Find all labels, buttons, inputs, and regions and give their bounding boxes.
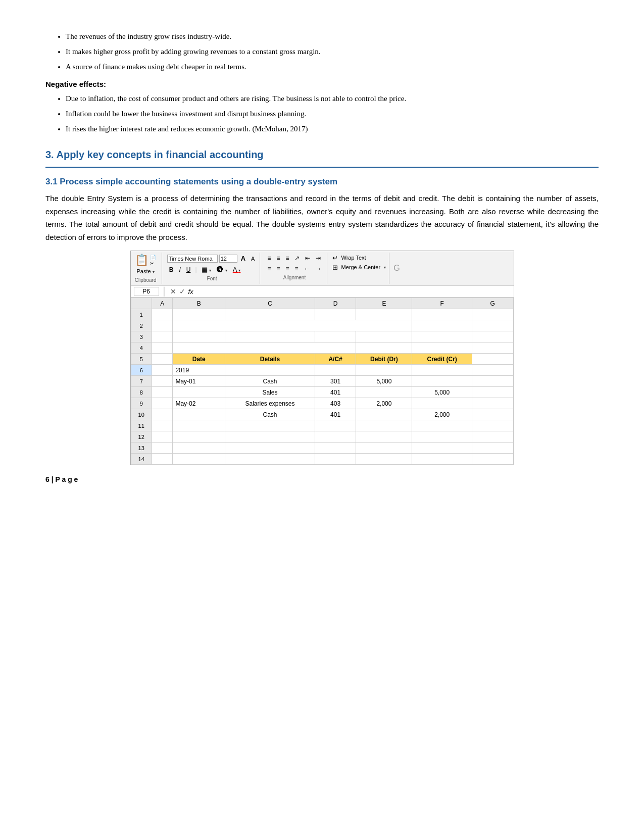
cell-c8[interactable]: Sales: [225, 387, 315, 398]
cell-a10[interactable]: [152, 409, 172, 420]
border-btn[interactable]: ▦ ▾: [200, 265, 214, 274]
cell-b13[interactable]: [173, 443, 225, 454]
cell-a12[interactable]: [152, 431, 172, 443]
cell-a8[interactable]: [152, 387, 172, 398]
align-top-btn[interactable]: ≡: [265, 254, 273, 263]
cell-f14[interactable]: [412, 454, 472, 465]
cell-d6[interactable]: [315, 365, 356, 376]
italic-button[interactable]: I: [177, 265, 182, 274]
wrap-text-button[interactable]: Wrap Text: [339, 254, 368, 262]
cell-e8[interactable]: [356, 387, 412, 398]
cell-e3[interactable]: [356, 331, 412, 342]
cell-g6[interactable]: [472, 365, 513, 376]
font-name-input[interactable]: [167, 255, 218, 263]
align-bottom-btn[interactable]: ≡: [283, 254, 291, 263]
cell-g3[interactable]: [472, 331, 513, 342]
cell-a13[interactable]: [152, 443, 172, 454]
col-header-f[interactable]: F: [412, 298, 472, 309]
cell-f1[interactable]: [412, 309, 472, 320]
align-left-btn[interactable]: ≡: [265, 264, 273, 273]
cell-e13[interactable]: [356, 443, 412, 454]
cell-b1[interactable]: [173, 309, 225, 320]
cell-a6[interactable]: [152, 365, 172, 376]
cell-d14[interactable]: [315, 454, 356, 465]
cell-c10[interactable]: Cash: [225, 409, 315, 420]
cell-b4-merged[interactable]: [173, 342, 356, 354]
cell-f7[interactable]: [412, 376, 472, 387]
cell-c14[interactable]: [225, 454, 315, 465]
cell-c5[interactable]: Details: [225, 354, 315, 365]
cell-f5[interactable]: Credit (Cr): [412, 354, 472, 365]
font-decrease-btn[interactable]: A: [249, 255, 257, 263]
col-header-g[interactable]: G: [472, 298, 513, 309]
cell-a9[interactable]: [152, 398, 172, 409]
cell-d11[interactable]: [315, 420, 356, 431]
col-header-a[interactable]: A: [152, 298, 172, 309]
cell-c6[interactable]: [225, 365, 315, 376]
cell-b5[interactable]: Date: [173, 354, 225, 365]
cell-f11[interactable]: [412, 420, 472, 431]
indent-decrease-btn[interactable]: ⇤: [303, 254, 312, 263]
cell-b7[interactable]: May-01: [173, 376, 225, 387]
cell-g11[interactable]: [472, 420, 513, 431]
cell-b3[interactable]: [173, 331, 225, 342]
cell-f8[interactable]: 5,000: [412, 387, 472, 398]
col-header-d[interactable]: D: [315, 298, 356, 309]
cell-b12[interactable]: [173, 431, 225, 443]
cell-c3[interactable]: [225, 331, 315, 342]
cell-e5[interactable]: Debit (Dr): [356, 354, 412, 365]
fill-color-btn[interactable]: 🅐 ▾: [215, 265, 229, 274]
formula-input[interactable]: [196, 288, 511, 295]
cell-e1[interactable]: [356, 309, 412, 320]
cell-e12[interactable]: [356, 431, 412, 443]
cell-g14[interactable]: [472, 454, 513, 465]
font-size-input[interactable]: [219, 255, 237, 263]
cell-g10[interactable]: [472, 409, 513, 420]
cell-g9[interactable]: [472, 398, 513, 409]
cell-e14[interactable]: [356, 454, 412, 465]
cell-g7[interactable]: [472, 376, 513, 387]
cell-e7[interactable]: 5,000: [356, 376, 412, 387]
cell-f12[interactable]: [412, 431, 472, 443]
cell-a1[interactable]: [152, 309, 172, 320]
cancel-icon[interactable]: ✕: [170, 287, 176, 296]
cell-d10[interactable]: 401: [315, 409, 356, 420]
cell-d1[interactable]: [315, 309, 356, 320]
cell-d13[interactable]: [315, 443, 356, 454]
cell-g2[interactable]: [472, 320, 513, 331]
align-middle-btn[interactable]: ≡: [274, 254, 282, 263]
cell-d9[interactable]: 403: [315, 398, 356, 409]
col-header-b[interactable]: B: [173, 298, 225, 309]
cell-d12[interactable]: [315, 431, 356, 443]
cell-g12[interactable]: [472, 431, 513, 443]
cell-c12[interactable]: [225, 431, 315, 443]
cell-b10[interactable]: [173, 409, 225, 420]
cell-d7[interactable]: 301: [315, 376, 356, 387]
cell-c13[interactable]: [225, 443, 315, 454]
cell-g8[interactable]: [472, 387, 513, 398]
cell-f2[interactable]: [412, 320, 472, 331]
cell-reference-input[interactable]: [134, 287, 159, 296]
cell-f10[interactable]: 2,000: [412, 409, 472, 420]
cell-f13[interactable]: [412, 443, 472, 454]
col-header-c[interactable]: C: [225, 298, 315, 309]
indent-increase-btn[interactable]: ⇥: [314, 254, 323, 263]
cell-f4[interactable]: [412, 342, 472, 354]
cell-a7[interactable]: [152, 376, 172, 387]
cell-b2-merged[interactable]: [173, 320, 412, 331]
align-right-btn[interactable]: ≡: [283, 264, 291, 273]
text-direction-btn[interactable]: ↗: [292, 254, 302, 263]
merge-center-button[interactable]: Merge & Center: [339, 263, 383, 271]
cell-a2[interactable]: [152, 320, 172, 331]
cell-c7[interactable]: Cash: [225, 376, 315, 387]
cell-c1[interactable]: [225, 309, 315, 320]
paste-button[interactable]: Paste ▾: [135, 267, 157, 275]
cell-d8[interactable]: 401: [315, 387, 356, 398]
bold-button[interactable]: B: [167, 265, 176, 274]
cell-d3[interactable]: [315, 331, 356, 342]
merge-arrow-l[interactable]: ←: [302, 264, 312, 273]
cell-d5[interactable]: A/C#: [315, 354, 356, 365]
underline-button[interactable]: U: [184, 265, 193, 274]
cell-c11[interactable]: [225, 420, 315, 431]
confirm-icon[interactable]: ✓: [179, 287, 185, 296]
